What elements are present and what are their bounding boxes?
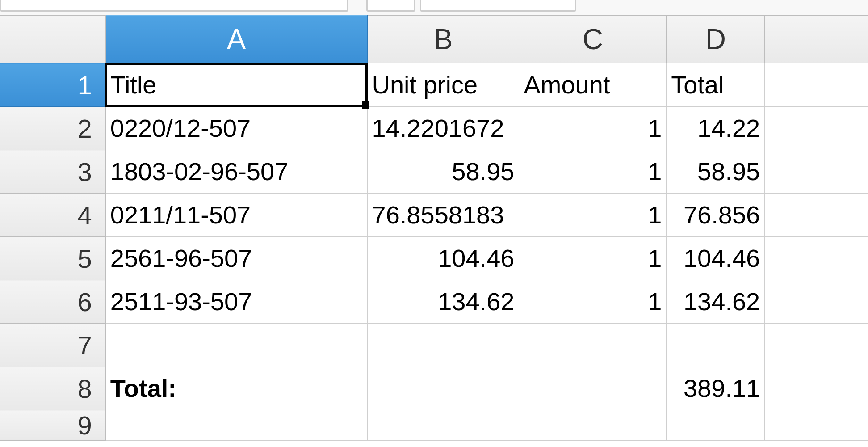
cell-E2[interactable] — [765, 107, 868, 150]
cell-D2[interactable]: 14.22 — [667, 107, 765, 150]
cell-B9[interactable] — [367, 410, 519, 441]
cell-E8[interactable] — [765, 367, 868, 410]
row-header-4[interactable]: 4 — [0, 194, 106, 237]
cell-D9[interactable] — [667, 410, 765, 441]
select-all-corner[interactable] — [0, 16, 106, 63]
cell-B4[interactable]: 76.8558183 — [367, 194, 519, 237]
cell-C2[interactable]: 1 — [519, 107, 667, 150]
row-header-2[interactable]: 2 — [0, 107, 106, 150]
cell-D3[interactable]: 58.95 — [667, 150, 765, 194]
column-header-B[interactable]: B — [367, 16, 519, 63]
row-1: 1 Title Unit price Amount Total — [0, 63, 868, 107]
cell-D4[interactable]: 76.856 — [667, 194, 765, 237]
cell-B8[interactable] — [367, 367, 519, 410]
row-header-9[interactable]: 9 — [0, 410, 106, 441]
cell-B2[interactable]: 14.2201672 — [367, 107, 519, 150]
cell-A9[interactable] — [105, 410, 367, 441]
toolbar-fragment — [0, 0, 868, 15]
row-header-1[interactable]: 1 — [0, 63, 106, 107]
cell-A3[interactable]: 1803-02-96-507 — [105, 150, 367, 194]
row-2: 2 0220/12-507 14.2201672 1 14.22 — [0, 107, 868, 150]
cell-A5[interactable]: 2561-96-507 — [105, 237, 367, 280]
cell-E4[interactable] — [765, 194, 868, 237]
cell-C6[interactable]: 1 — [519, 280, 667, 324]
cell-A7[interactable] — [105, 324, 367, 367]
row-header-6[interactable]: 6 — [0, 280, 106, 324]
row-5: 5 2561-96-507 104.46 1 104.46 — [0, 237, 868, 280]
cell-E9[interactable] — [765, 410, 868, 441]
column-header-row: A B C D — [0, 16, 868, 63]
cell-A2[interactable]: 0220/12-507 — [105, 107, 367, 150]
cell-C7[interactable] — [519, 324, 667, 367]
row-7: 7 — [0, 324, 868, 367]
cell-E3[interactable] — [765, 150, 868, 194]
column-header-C[interactable]: C — [519, 16, 667, 63]
row-header-8[interactable]: 8 — [0, 367, 106, 410]
cell-C4[interactable]: 1 — [519, 194, 667, 237]
row-6: 6 2511-93-507 134.62 1 134.62 — [0, 280, 868, 324]
cell-B7[interactable] — [367, 324, 519, 367]
cell-A1[interactable]: Title — [105, 63, 367, 107]
toolbar-button-fragment[interactable] — [420, 0, 576, 12]
column-header-D[interactable]: D — [667, 16, 765, 63]
cell-C8[interactable] — [519, 367, 667, 410]
cell-D8[interactable]: 389.11 — [667, 367, 765, 410]
formula-bar-fragment[interactable] — [0, 0, 348, 12]
cell-D1[interactable]: Total — [667, 63, 765, 107]
cells-grid[interactable]: A B C D 1 Title Unit price Amount Total … — [0, 15, 868, 441]
cell-D6[interactable]: 134.62 — [667, 280, 765, 324]
cell-E6[interactable] — [765, 280, 868, 324]
cell-A8[interactable]: Total: — [105, 367, 367, 410]
toolbar-button-fragment[interactable] — [366, 0, 415, 12]
cell-B1[interactable]: Unit price — [367, 63, 519, 107]
row-header-5[interactable]: 5 — [0, 237, 106, 280]
cell-A6[interactable]: 2511-93-507 — [105, 280, 367, 324]
column-header-A[interactable]: A — [105, 16, 367, 63]
cell-B5[interactable]: 104.46 — [367, 237, 519, 280]
row-4: 4 0211/11-507 76.8558183 1 76.856 — [0, 194, 868, 237]
cell-C9[interactable] — [519, 410, 667, 441]
cell-C3[interactable]: 1 — [519, 150, 667, 194]
cell-D5[interactable]: 104.46 — [667, 237, 765, 280]
cell-C1[interactable]: Amount — [519, 63, 667, 107]
row-9: 9 — [0, 410, 868, 441]
cell-C5[interactable]: 1 — [519, 237, 667, 280]
cell-D7[interactable] — [667, 324, 765, 367]
column-header-E[interactable] — [765, 16, 868, 63]
cell-E5[interactable] — [765, 237, 868, 280]
cell-B3[interactable]: 58.95 — [367, 150, 519, 194]
spreadsheet: A B C D 1 Title Unit price Amount Total … — [0, 0, 868, 441]
cell-B6[interactable]: 134.62 — [367, 280, 519, 324]
cell-A4[interactable]: 0211/11-507 — [105, 194, 367, 237]
row-8: 8 Total: 389.11 — [0, 367, 868, 410]
cell-E1[interactable] — [765, 63, 868, 107]
row-header-3[interactable]: 3 — [0, 150, 106, 194]
cell-E7[interactable] — [765, 324, 868, 367]
row-header-7[interactable]: 7 — [0, 324, 106, 367]
row-3: 3 1803-02-96-507 58.95 1 58.95 — [0, 150, 868, 194]
